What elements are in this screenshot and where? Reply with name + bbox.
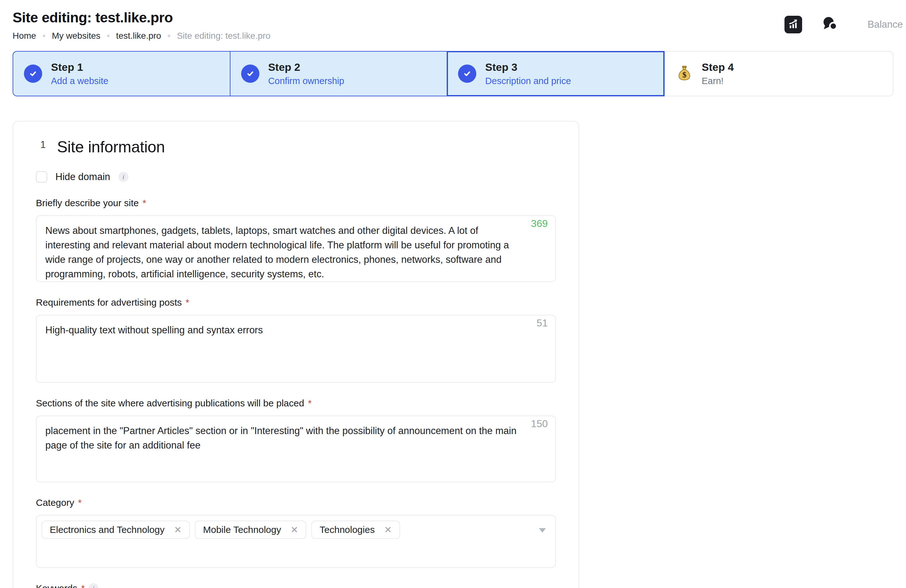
requirements-textarea-wrap: High-quality text without spelling and s…: [36, 315, 556, 383]
breadcrumb-separator: [168, 35, 170, 37]
step-texts: Step 2Confirm ownership: [268, 61, 345, 86]
required-asterisk: [308, 398, 312, 409]
check-circle-icon: [458, 65, 476, 83]
category-tag: Mobile Technology✕: [195, 521, 306, 539]
sections-field: Sections of the site where advertising p…: [36, 398, 556, 482]
step-subtitle: Earn!: [702, 76, 734, 86]
breadcrumb-item[interactable]: My websites: [52, 31, 100, 41]
step-3[interactable]: Step 3Description and price: [447, 52, 664, 96]
step-1[interactable]: Step 1Add a website: [13, 52, 230, 96]
step-title: Step 1: [51, 61, 108, 73]
required-asterisk: [186, 297, 190, 308]
describe-textarea[interactable]: News about smartphones, gadgets, tablets…: [36, 215, 556, 282]
describe-label: Briefly describe your site: [36, 198, 556, 209]
page-title: Site editing: test.like.pro: [13, 10, 270, 26]
step-subtitle: Add a website: [51, 76, 108, 86]
chat-icon[interactable]: [821, 16, 839, 33]
step-texts: Step 4Earn!: [702, 61, 734, 86]
step-texts: Step 3Description and price: [485, 61, 571, 86]
category-tag-label: Mobile Technology: [203, 524, 281, 535]
stepper: Step 1Add a websiteStep 2Confirm ownersh…: [13, 51, 893, 96]
describe-textarea-wrap: News about smartphones, gadgets, tablets…: [36, 215, 556, 282]
requirements-field: Requirements for advertising posts High-…: [36, 297, 556, 383]
balance-label[interactable]: Balance: [868, 19, 903, 30]
describe-field: Briefly describe your site News about sm…: [36, 198, 556, 282]
category-tag: Technologies✕: [311, 521, 400, 539]
sections-label: Sections of the site where advertising p…: [36, 398, 556, 409]
step-2[interactable]: Step 2Confirm ownership: [230, 52, 447, 96]
breadcrumb-separator: [43, 35, 45, 37]
top-bar-actions: Balance: [785, 6, 903, 33]
step-title: Step 4: [702, 61, 734, 73]
step-title: Step 3: [485, 61, 571, 73]
svg-text:$: $: [683, 70, 687, 79]
category-tag: Electronics and Technology✕: [41, 521, 190, 539]
top-bar: Site editing: test.like.pro HomeMy websi…: [0, 0, 906, 41]
info-icon[interactable]: i: [118, 172, 128, 182]
step-texts: Step 1Add a website: [51, 61, 108, 86]
remove-tag-icon[interactable]: ✕: [384, 525, 392, 534]
analytics-icon[interactable]: [785, 16, 802, 33]
check-circle-icon: [241, 65, 259, 83]
char-counter: 150: [531, 418, 548, 430]
hide-domain-label: Hide domain: [56, 171, 110, 183]
required-asterisk: [81, 583, 85, 588]
required-asterisk: [143, 198, 147, 209]
section-heading: 1 Site information: [36, 138, 556, 156]
category-tag-label: Electronics and Technology: [50, 524, 165, 535]
category-select[interactable]: Electronics and Technology✕Mobile Techno…: [36, 515, 556, 568]
char-counter: 369: [531, 218, 548, 229]
category-label: Category: [36, 497, 556, 508]
breadcrumb-item[interactable]: Home: [13, 31, 36, 41]
sections-textarea-wrap: placement in the "Partner Articles" sect…: [36, 416, 556, 482]
requirements-textarea[interactable]: High-quality text without spelling and s…: [36, 315, 556, 383]
step-4[interactable]: $Step 4Earn!: [665, 51, 893, 96]
breadcrumb: HomeMy websitestest.like.proSite editing…: [13, 31, 270, 41]
step-title: Step 2: [268, 61, 345, 73]
required-asterisk: [78, 497, 82, 508]
step-subtitle: Confirm ownership: [268, 76, 345, 86]
money-bag-icon: $: [676, 65, 693, 83]
char-counter: 51: [536, 317, 548, 329]
check-circle-icon: [24, 65, 42, 83]
sections-textarea[interactable]: placement in the "Partner Articles" sect…: [36, 416, 556, 482]
hide-domain-checkbox[interactable]: [36, 171, 47, 183]
remove-tag-icon[interactable]: ✕: [174, 525, 182, 534]
breadcrumb-item[interactable]: test.like.pro: [116, 31, 161, 41]
site-information-card: 1 Site information Hide domain i Briefly…: [13, 121, 579, 588]
breadcrumb-separator: [107, 35, 110, 37]
requirements-label: Requirements for advertising posts: [36, 297, 556, 308]
title-block: Site editing: test.like.pro HomeMy websi…: [13, 6, 270, 41]
step-subtitle: Description and price: [485, 76, 571, 86]
keywords-label: Keywords i: [36, 583, 556, 588]
keywords-field: Keywords i android✕apple✕samsung✕google✕…: [36, 583, 556, 588]
chevron-down-icon[interactable]: [539, 528, 546, 532]
breadcrumb-item: Site editing: test.like.pro: [177, 31, 270, 41]
stepper-completed-group: Step 1Add a websiteStep 2Confirm ownersh…: [13, 51, 665, 96]
hide-domain-row: Hide domain i: [36, 171, 556, 183]
info-icon[interactable]: i: [88, 583, 99, 588]
remove-tag-icon[interactable]: ✕: [290, 525, 298, 534]
category-tag-label: Technologies: [319, 524, 375, 535]
section-title: Site information: [57, 138, 165, 156]
section-number: 1: [40, 138, 46, 150]
category-field: Category Electronics and Technology✕Mobi…: [36, 497, 556, 568]
